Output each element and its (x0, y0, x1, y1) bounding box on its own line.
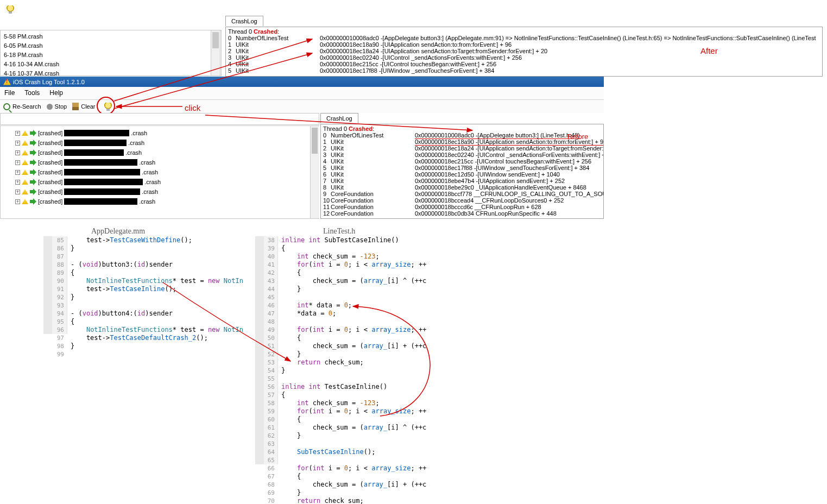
broom-icon (72, 103, 79, 110)
arrow-icon (30, 198, 36, 205)
crash-row[interactable]: 6UIKit0x000000018ec12d50 -[UIWindow send… (323, 171, 601, 178)
code-editor-left[interactable]: 85 86 87 88 89 90 91 92 93 94 95 96 97 9… (43, 236, 261, 334)
crash-row[interactable]: 10CoreFoundation0x000000018bccead4 __CFR… (323, 197, 601, 204)
lower-crash-log[interactable]: Thread 0 Crashed: 0NumberOfLinesTest0x00… (320, 124, 604, 219)
editor-title-right: LineTest.h (323, 227, 355, 236)
file-item[interactable]: 4-16 10-34 AM.crash (4, 60, 218, 69)
upper-file-list[interactable]: 5-58 PM.crash 6-05 PM.crash 6-18 PM.cras… (0, 30, 222, 76)
crash-row[interactable]: 5UIKit0x000000018ec17f88 -[UIWindow _sen… (228, 67, 820, 74)
thread-label: Thread 0 (323, 125, 347, 132)
crash-row[interactable]: 3UIKit0x000000018ec02240 -[UIControl _se… (228, 54, 820, 61)
arrow-icon (30, 140, 36, 146)
arrow-icon (30, 159, 36, 166)
crash-row[interactable]: 8UIKit0x000000018ebe29c0 _UIApplicationH… (323, 184, 601, 191)
file-item[interactable]: 4-16 10-37 AM.crash (4, 69, 218, 76)
warning-icon (22, 169, 28, 175)
stop-icon (47, 104, 53, 110)
crash-tree[interactable]: +[crashed] .crash+[crashed] .crash+[cras… (0, 125, 319, 219)
menu-tools[interactable]: Tools (24, 89, 40, 97)
clear-button[interactable]: Clear (72, 102, 95, 111)
annotation-circle (97, 97, 115, 115)
crash-row[interactable]: 1UIKit0x000000018ec18a90 -[UIApplication… (228, 41, 820, 48)
window-title: iOS Crash Log Tool 1.2.1.0 (13, 79, 85, 85)
crash-row[interactable]: 9CoreFoundation0x000000018bccf778 __CFRU… (323, 191, 601, 197)
tree-item[interactable]: +[crashed] .crash (2, 177, 318, 187)
arrow-icon (30, 188, 36, 195)
warning-icon (22, 160, 28, 165)
tree-item[interactable]: +[crashed] .crash (2, 158, 318, 167)
menu-help[interactable]: Help (49, 89, 63, 97)
crash-row[interactable]: 11CoreFoundation0x000000018bcccd6c __CFR… (323, 204, 601, 210)
crash-row[interactable]: 0NumberOfLinesTest0x000000010008adc0 -[A… (228, 35, 820, 41)
upper-crash-log[interactable]: Thread 0 Crashed: 0NumberOfLinesTest0x00… (225, 27, 823, 77)
arrow-icon (30, 130, 36, 136)
crash-row[interactable]: 7UIKit0x000000018ebe47b4 -[UIApplication… (323, 178, 601, 184)
crashed-word: Crashed (254, 28, 277, 35)
file-item[interactable]: 5-58 PM.crash (4, 32, 218, 41)
crash-row[interactable]: 12CoreFoundation0x000000018bc0db34 CFRun… (323, 210, 601, 217)
bulb-icon (7, 5, 14, 13)
stop-button[interactable]: Stop (47, 102, 67, 111)
tree-item[interactable]: +[crashed] .crash (2, 148, 318, 158)
code-editor-right[interactable]: 38 39 40 41 42 43 44 45 46 47 48 49 50 5… (255, 236, 559, 464)
tab-crashlog[interactable]: CrashLog (225, 16, 263, 26)
warning-icon (22, 179, 28, 185)
warning-icon (22, 189, 28, 194)
crashed-word: Crashed (349, 125, 373, 132)
file-item[interactable]: 6-18 PM.crash (4, 51, 218, 60)
crash-row[interactable]: 2UIKit0x000000018ec18a24 -[UIApplication… (228, 48, 820, 54)
annotation-after: After (700, 46, 718, 55)
crash-row[interactable]: 0NumberOfLinesTest0x000000010008adc0 -[A… (323, 132, 601, 138)
menu-bar[interactable]: File Tools Help (0, 87, 604, 100)
warning-icon (22, 130, 28, 136)
thread-label: Thread 0 (228, 28, 252, 35)
scrollbar[interactable] (310, 126, 319, 218)
window-titlebar: iOS Crash Log Tool 1.2.1.0 (0, 77, 604, 87)
tab-crashlog[interactable]: CrashLog (320, 113, 358, 123)
warning-icon (3, 79, 11, 85)
annotation-click: click (185, 103, 200, 112)
crash-row[interactable]: 3UIKit0x000000018ec02240 -[UIControl _se… (323, 152, 601, 158)
research-button[interactable]: Re-Search (3, 102, 41, 111)
toolbar: Re-Search Stop Clear (0, 100, 604, 113)
scrollbar[interactable] (211, 30, 220, 76)
magnifier-icon (3, 103, 10, 110)
crash-row[interactable]: 5UIKit0x000000018ec17f88 -[UIWindow _sen… (323, 165, 601, 171)
tree-item[interactable]: +[crashed] .crash (2, 138, 318, 148)
file-item[interactable]: 6-05 PM.crash (4, 41, 218, 51)
warning-icon (22, 150, 28, 155)
crash-row[interactable]: 4UIKit0x000000018ec215cc -[UIControl tou… (323, 158, 601, 165)
arrow-icon (30, 179, 36, 185)
tree-item[interactable]: +[crashed] .crash (2, 187, 318, 197)
tree-item[interactable]: +[crashed] .crash (2, 197, 318, 206)
address-bar[interactable] (0, 113, 319, 125)
crash-row[interactable]: 1UIKit0x000000018ec18a90 -[UIApplication… (323, 138, 601, 145)
arrow-icon (30, 169, 36, 175)
menu-file[interactable]: File (4, 89, 15, 97)
arrow-icon (30, 149, 36, 156)
warning-icon (22, 199, 28, 204)
crash-row[interactable]: 4UIKit0x000000018ec215cc -[UIControl tou… (228, 61, 820, 67)
tree-item[interactable]: +[crashed] .crash (2, 128, 318, 138)
tree-item[interactable]: +[crashed] .crash (2, 167, 318, 177)
crash-row[interactable]: 2UIKit0x000000018ec18a24 -[UIApplication… (323, 145, 601, 152)
warning-icon (22, 140, 28, 146)
annotation-before: Before (567, 133, 588, 141)
editor-title-left: AppDelegate.mm (91, 227, 145, 236)
